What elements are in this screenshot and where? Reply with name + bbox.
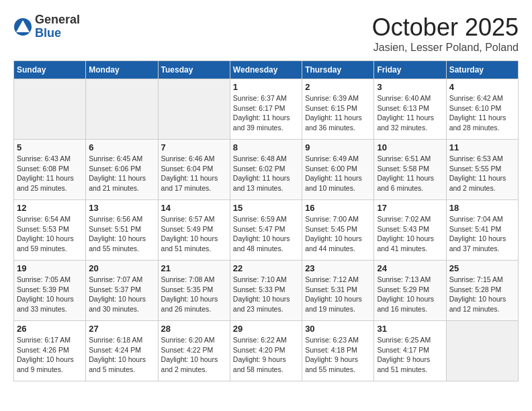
day-number: 22 (233, 263, 299, 273)
location: Jasien, Lesser Poland, Poland (372, 42, 519, 54)
calendar-cell (86, 79, 158, 140)
logo: General Blue (13, 13, 80, 40)
calendar-cell: 23Sunrise: 7:12 AM Sunset: 5:31 PM Dayli… (302, 261, 374, 321)
day-info: Sunrise: 7:15 AM Sunset: 5:28 PM Dayligh… (449, 275, 515, 314)
day-info: Sunrise: 6:43 AM Sunset: 6:08 PM Dayligh… (17, 154, 83, 193)
day-info: Sunrise: 6:48 AM Sunset: 6:02 PM Dayligh… (233, 154, 299, 193)
calendar-cell: 26Sunrise: 6:17 AM Sunset: 4:26 PM Dayli… (14, 321, 86, 381)
day-info: Sunrise: 6:54 AM Sunset: 5:53 PM Dayligh… (17, 214, 83, 254)
day-info: Sunrise: 6:39 AM Sunset: 6:15 PM Dayligh… (305, 93, 371, 133)
day-number: 31 (377, 324, 443, 334)
day-number: 15 (233, 203, 299, 213)
day-number: 2 (305, 82, 371, 92)
day-number: 23 (305, 263, 371, 273)
day-info: Sunrise: 6:53 AM Sunset: 5:55 PM Dayligh… (449, 154, 515, 193)
day-info: Sunrise: 6:42 AM Sunset: 6:10 PM Dayligh… (449, 93, 515, 133)
calendar-cell: 8Sunrise: 6:48 AM Sunset: 6:02 PM Daylig… (230, 140, 302, 200)
day-number: 10 (377, 142, 443, 152)
title-block: October 2025 Jasien, Lesser Poland, Pola… (372, 13, 519, 54)
calendar-cell (446, 321, 518, 381)
day-number: 13 (89, 203, 154, 213)
calendar-cell: 10Sunrise: 6:51 AM Sunset: 5:58 PM Dayli… (374, 140, 446, 200)
day-number: 21 (161, 263, 227, 273)
calendar-week-row: 5Sunrise: 6:43 AM Sunset: 6:08 PM Daylig… (14, 140, 519, 200)
day-number: 18 (449, 203, 515, 213)
logo-icon (13, 17, 32, 36)
day-info: Sunrise: 6:23 AM Sunset: 4:18 PM Dayligh… (305, 335, 371, 375)
calendar-week-row: 1Sunrise: 6:37 AM Sunset: 6:17 PM Daylig… (14, 79, 519, 140)
calendar-cell: 25Sunrise: 7:15 AM Sunset: 5:28 PM Dayli… (446, 261, 518, 321)
day-number: 30 (305, 324, 371, 334)
day-info: Sunrise: 6:49 AM Sunset: 6:00 PM Dayligh… (305, 154, 371, 193)
calendar-week-row: 26Sunrise: 6:17 AM Sunset: 4:26 PM Dayli… (14, 321, 519, 381)
calendar-cell: 2Sunrise: 6:39 AM Sunset: 6:15 PM Daylig… (302, 79, 374, 140)
calendar-cell: 6Sunrise: 6:45 AM Sunset: 6:06 PM Daylig… (86, 140, 158, 200)
day-number: 28 (161, 324, 227, 334)
day-number: 8 (233, 142, 299, 152)
logo-text: General Blue (35, 13, 80, 40)
day-number: 29 (233, 324, 299, 334)
page-header: General Blue October 2025 Jasien, Lesser… (13, 13, 519, 54)
calendar-cell: 21Sunrise: 7:08 AM Sunset: 5:35 PM Dayli… (158, 261, 230, 321)
weekday-header-tuesday: Tuesday (158, 61, 230, 79)
day-info: Sunrise: 6:57 AM Sunset: 5:49 PM Dayligh… (161, 214, 227, 254)
logo-general: General (35, 13, 80, 27)
day-info: Sunrise: 6:20 AM Sunset: 4:22 PM Dayligh… (161, 335, 227, 375)
day-info: Sunrise: 6:51 AM Sunset: 5:58 PM Dayligh… (377, 154, 443, 193)
calendar-cell: 12Sunrise: 6:54 AM Sunset: 5:53 PM Dayli… (14, 200, 86, 261)
day-number: 16 (305, 203, 371, 213)
calendar-header-row: SundayMondayTuesdayWednesdayThursdayFrid… (14, 61, 519, 79)
calendar-cell: 19Sunrise: 7:05 AM Sunset: 5:39 PM Dayli… (14, 261, 86, 321)
day-info: Sunrise: 7:08 AM Sunset: 5:35 PM Dayligh… (161, 275, 227, 314)
day-number: 14 (161, 203, 227, 213)
day-number: 6 (89, 142, 154, 152)
calendar-cell (158, 79, 230, 140)
day-number: 3 (377, 82, 443, 92)
calendar-week-row: 12Sunrise: 6:54 AM Sunset: 5:53 PM Dayli… (14, 200, 519, 261)
calendar-cell: 1Sunrise: 6:37 AM Sunset: 6:17 PM Daylig… (230, 79, 302, 140)
calendar-cell: 5Sunrise: 6:43 AM Sunset: 6:08 PM Daylig… (14, 140, 86, 200)
calendar-cell: 18Sunrise: 7:04 AM Sunset: 5:41 PM Dayli… (446, 200, 518, 261)
day-info: Sunrise: 6:59 AM Sunset: 5:47 PM Dayligh… (233, 214, 299, 254)
logo-blue: Blue (35, 27, 80, 40)
day-number: 5 (17, 142, 83, 152)
day-number: 26 (17, 324, 83, 334)
calendar-cell: 7Sunrise: 6:46 AM Sunset: 6:04 PM Daylig… (158, 140, 230, 200)
calendar-cell: 29Sunrise: 6:22 AM Sunset: 4:20 PM Dayli… (230, 321, 302, 381)
day-number: 17 (377, 203, 443, 213)
calendar-cell: 31Sunrise: 6:25 AM Sunset: 4:17 PM Dayli… (374, 321, 446, 381)
day-info: Sunrise: 7:13 AM Sunset: 5:29 PM Dayligh… (377, 275, 443, 314)
calendar-cell: 15Sunrise: 6:59 AM Sunset: 5:47 PM Dayli… (230, 200, 302, 261)
day-info: Sunrise: 6:46 AM Sunset: 6:04 PM Dayligh… (161, 154, 227, 193)
day-info: Sunrise: 7:04 AM Sunset: 5:41 PM Dayligh… (449, 214, 515, 254)
weekday-header-monday: Monday (86, 61, 158, 79)
day-number: 1 (233, 82, 299, 92)
day-number: 25 (449, 263, 515, 273)
day-info: Sunrise: 7:12 AM Sunset: 5:31 PM Dayligh… (305, 275, 371, 314)
calendar-cell: 28Sunrise: 6:20 AM Sunset: 4:22 PM Dayli… (158, 321, 230, 381)
calendar-cell (14, 79, 86, 140)
day-number: 27 (89, 324, 154, 334)
day-info: Sunrise: 6:37 AM Sunset: 6:17 PM Dayligh… (233, 93, 299, 133)
calendar-week-row: 19Sunrise: 7:05 AM Sunset: 5:39 PM Dayli… (14, 261, 519, 321)
day-info: Sunrise: 6:22 AM Sunset: 4:20 PM Dayligh… (233, 335, 299, 375)
weekday-header-saturday: Saturday (446, 61, 518, 79)
weekday-header-wednesday: Wednesday (230, 61, 302, 79)
day-info: Sunrise: 7:05 AM Sunset: 5:39 PM Dayligh… (17, 275, 83, 314)
day-info: Sunrise: 7:10 AM Sunset: 5:33 PM Dayligh… (233, 275, 299, 314)
day-number: 4 (449, 82, 515, 92)
day-number: 9 (305, 142, 371, 152)
day-number: 7 (161, 142, 227, 152)
month-title: October 2025 (372, 13, 519, 42)
day-number: 24 (377, 263, 443, 273)
day-info: Sunrise: 6:25 AM Sunset: 4:17 PM Dayligh… (377, 335, 443, 375)
day-number: 20 (89, 263, 154, 273)
day-info: Sunrise: 6:40 AM Sunset: 6:13 PM Dayligh… (377, 93, 443, 133)
day-number: 11 (449, 142, 515, 152)
day-info: Sunrise: 7:02 AM Sunset: 5:43 PM Dayligh… (377, 214, 443, 254)
calendar-cell: 17Sunrise: 7:02 AM Sunset: 5:43 PM Dayli… (374, 200, 446, 261)
weekday-header-friday: Friday (374, 61, 446, 79)
weekday-header-sunday: Sunday (14, 61, 86, 79)
weekday-header-thursday: Thursday (302, 61, 374, 79)
day-info: Sunrise: 6:45 AM Sunset: 6:06 PM Dayligh… (89, 154, 154, 193)
